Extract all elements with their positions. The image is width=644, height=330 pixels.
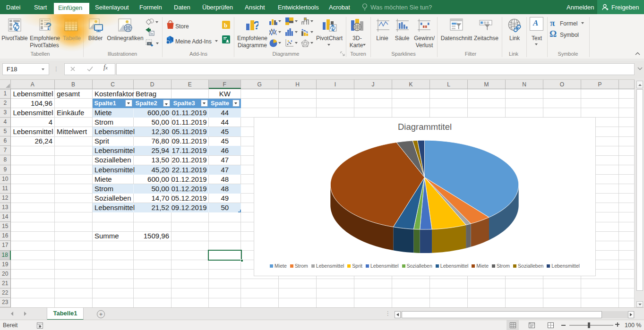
svg-text:?: ? (253, 19, 258, 31)
svg-text:b: b (224, 22, 227, 29)
svg-text:?: ? (45, 20, 52, 32)
